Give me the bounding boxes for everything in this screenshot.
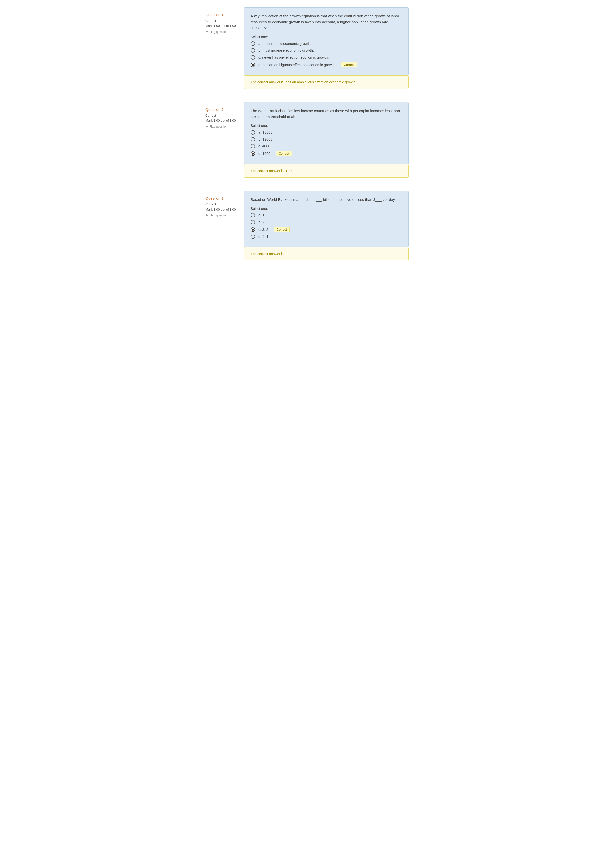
question-text-2: The World Bank classifies low-income cou… [250,108,402,120]
option-item-3-2[interactable]: b. 2; 3 [250,220,402,224]
question-number-3: Question 3 [205,195,241,202]
question-text-1: A key implication of the growth equation… [250,13,402,31]
question-sidebar-2: Question 2CorrectMark 1.00 out of 1.00⚑F… [205,102,244,164]
radio-q2c[interactable] [250,144,255,149]
question-main-3: Based on World Bank estimates, about ___… [244,191,409,247]
question-status-2: Correct [205,113,241,118]
option-item-2-2[interactable]: b. 12000 [250,137,402,141]
radio-q2a[interactable] [250,130,255,135]
option-label-q3b: b. 2; 3 [258,220,268,224]
option-label-q3a: a. 1; 5 [258,213,268,217]
question-block-3: Question 3CorrectMark 1.00 out of 1.00⚑F… [205,191,409,247]
question-main-1: A key implication of the growth equation… [244,8,409,76]
question-block-1: Question 1CorrectMark 1.00 out of 1.00⚑F… [205,8,409,76]
options-list-1: a. must reduce economic growth.b. must i… [250,41,402,67]
option-item-1-4[interactable]: d. has an ambiguous effect on economic g… [250,62,402,67]
question-mark-2: Mark 1.00 out of 1.00 [205,118,241,124]
option-label-q2c: c. 4000 [258,144,270,148]
radio-q3b[interactable] [250,220,255,224]
radio-q1b[interactable] [250,48,255,53]
option-label-q3c: c. 3; 2 [258,228,268,231]
options-list-2: a. 18000b. 12000c. 4000d. 1000Correct [250,130,402,156]
flag-label: Flag question [210,124,227,129]
radio-q3a[interactable] [250,213,255,217]
flag-question-1[interactable]: ⚑Flag question [205,30,241,35]
select-one-label-1: Select one: [250,35,402,39]
question-sidebar-3: Question 3CorrectMark 1.00 out of 1.00⚑F… [205,191,244,247]
option-item-2-1[interactable]: a. 18000 [250,130,402,135]
correct-badge-q1d: Correct [341,62,357,67]
flag-icon: ⚑ [205,124,208,130]
radio-q1a[interactable] [250,41,255,46]
select-one-label-2: Select one: [250,124,402,128]
question-text-3: Based on World Bank estimates, about ___… [250,197,402,203]
answer-feedback-1: The correct answer is: has an ambiguous … [244,76,409,89]
answer-feedback-2: The correct answer is: 1000 [244,164,409,178]
question-number-2: Question 2 [205,107,241,113]
flag-question-2[interactable]: ⚑Flag question [205,124,241,130]
question-block-2: Question 2CorrectMark 1.00 out of 1.00⚑F… [205,102,409,164]
flag-label: Flag question [210,30,227,34]
flag-question-3[interactable]: ⚑Flag question [205,213,241,219]
options-list-3: a. 1; 5b. 2; 3c. 3; 2Correctd. 4; 1 [250,213,402,239]
radio-q1c[interactable] [250,55,255,60]
option-label-q1c: c. never has any effect on economic grow… [258,56,328,59]
option-label-q2a: a. 18000 [258,130,272,134]
question-number-1: Question 1 [205,12,241,18]
option-item-1-2[interactable]: b. must increase economic growth. [250,48,402,53]
option-item-2-4[interactable]: d. 1000Correct [250,151,402,156]
option-label-q1a: a. must reduce economic growth. [258,42,311,45]
correct-badge-q2d: Correct [276,151,292,156]
question-sidebar-1: Question 1CorrectMark 1.00 out of 1.00⚑F… [205,8,244,76]
option-item-3-1[interactable]: a. 1; 5 [250,213,402,217]
question-main-2: The World Bank classifies low-income cou… [244,102,409,164]
correct-badge-q3c: Correct [274,227,290,232]
option-label-q2d: d. 1000 [258,152,270,156]
option-item-3-4[interactable]: d. 4; 1 [250,234,402,239]
radio-q3c[interactable] [250,227,255,232]
question-mark-1: Mark 1.00 out of 1.00 [205,23,241,29]
question-status-3: Correct [205,202,241,207]
question-status-1: Correct [205,18,241,23]
question-mark-3: Mark 1.00 out of 1.00 [205,207,241,212]
option-label-q1b: b. must increase economic growth. [258,48,314,53]
radio-q2b[interactable] [250,137,255,141]
option-item-3-3[interactable]: c. 3; 2Correct [250,227,402,232]
radio-q1d[interactable] [250,63,255,67]
select-one-label-3: Select one: [250,206,402,211]
option-label-q2b: b. 12000 [258,137,272,141]
flag-icon: ⚑ [205,30,208,35]
option-item-1-1[interactable]: a. must reduce economic growth. [250,41,402,46]
option-item-1-3[interactable]: c. never has any effect on economic grow… [250,55,402,60]
radio-q2d[interactable] [250,151,255,156]
option-label-q1d: d. has an ambiguous effect on economic g… [258,63,336,67]
radio-q3d[interactable] [250,234,255,239]
flag-label: Flag question [210,213,227,218]
option-item-2-3[interactable]: c. 4000 [250,144,402,149]
option-label-q3d: d. 4; 1 [258,235,268,239]
flag-icon: ⚑ [205,213,208,219]
answer-feedback-3: The correct answer is: 3; 2 [244,247,409,260]
